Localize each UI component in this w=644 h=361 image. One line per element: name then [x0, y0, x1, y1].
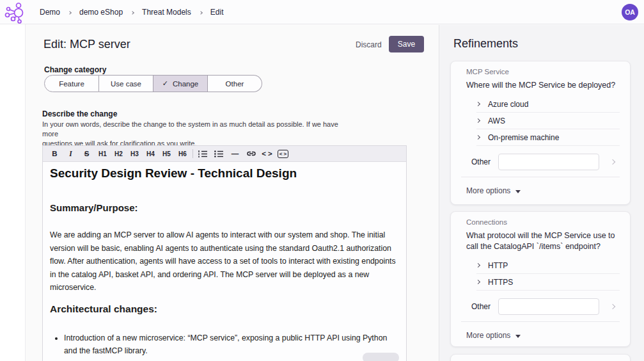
list-item-text: Introduction of a new microservice: “MCP… [64, 333, 387, 356]
refinement-card-partial [450, 354, 631, 361]
list-item: Endpoints: [76, 358, 395, 361]
breadcrumb: Demo demo eShop Threat Models Edit [40, 0, 223, 24]
other-input[interactable] [498, 154, 599, 170]
segment-use-case[interactable]: Use case [99, 75, 153, 92]
option-label: On-premise machine [488, 133, 559, 142]
segment-change[interactable]: ✓ Change [153, 75, 208, 92]
refinements-title: Refinements [453, 37, 518, 51]
submit-chevron-icon[interactable] [610, 304, 615, 309]
refinement-card-connections: Connections What protocol will the MCP S… [450, 211, 631, 347]
segment-other[interactable]: Other [208, 75, 262, 92]
divider [476, 145, 620, 146]
top-bar: Demo demo eShop Threat Models Edit OA [0, 0, 644, 24]
segment-feature[interactable]: Feature [44, 75, 99, 92]
user-avatar[interactable]: OA [622, 4, 638, 20]
card-label: Connections [466, 218, 620, 226]
breadcrumb-edit[interactable]: Edit [210, 8, 224, 17]
ordered-list-icon[interactable] [195, 147, 211, 161]
option-azure-cloud[interactable]: Azure cloud [476, 96, 620, 112]
option-label: AWS [488, 116, 505, 125]
code-block-glyph: < > [278, 150, 289, 158]
check-icon: ✓ [162, 79, 168, 88]
left-rail [0, 24, 26, 361]
architectural-changes-heading: Architectural changes: [50, 303, 398, 315]
chevron-right-icon [68, 11, 72, 15]
option-label: Azure cloud [488, 100, 528, 109]
strikethrough-icon[interactable]: S [79, 147, 95, 161]
list-item: Introduction of a new microservice: “MCP… [64, 332, 395, 361]
code-block-icon[interactable]: < > [275, 147, 291, 161]
editor-toolbar: B I S H1 H2 H3 H4 H5 H6 — [43, 146, 406, 162]
change-category-label: Change category [44, 65, 106, 74]
summary-heading: Summary/Purpose: [50, 202, 398, 213]
other-option-row: Other [466, 296, 620, 317]
options-list: Azure cloud AWS On-premise machine Othe [466, 96, 620, 173]
segment-label: Change [173, 80, 198, 88]
heading3-icon[interactable]: H3 [127, 147, 143, 161]
editor-bottom-button[interactable] [363, 353, 399, 361]
horizontal-rule-icon[interactable]: — [227, 147, 243, 161]
document-title: Security Design Review - Technical Desig… [50, 166, 398, 180]
refinements-panel: Refinements MCP Service Where will the M… [439, 25, 644, 361]
more-options-label: More options [466, 331, 510, 340]
breadcrumb-demo[interactable]: Demo [40, 8, 60, 17]
page-title: Edit: MCP server [43, 38, 130, 51]
app-logo-icon[interactable] [4, 2, 24, 26]
option-label: HTTP [488, 261, 508, 270]
option-label: HTTPS [488, 278, 513, 287]
refinement-card-mcp-service: MCP Service Where will the MCP Service b… [450, 61, 631, 205]
heading4-icon[interactable]: H4 [143, 147, 159, 161]
segment-label: Other [226, 80, 244, 88]
editor-content[interactable]: Security Design Review - Technical Desig… [43, 162, 406, 361]
bold-icon[interactable]: B [47, 147, 63, 161]
inline-code-icon[interactable]: < > [259, 147, 275, 161]
more-options-label: More options [466, 186, 510, 195]
other-input[interactable] [498, 298, 599, 315]
chevron-right-icon [476, 118, 480, 123]
toolbar-divider [192, 149, 193, 158]
main-panel: Edit: MCP server Discard Save Change cat… [26, 25, 439, 361]
heading2-icon[interactable]: H2 [111, 147, 127, 161]
breadcrumb-demo-eshop[interactable]: demo eShop [79, 8, 123, 17]
card-question: Where will the MCP Service be deployed? [466, 80, 620, 91]
segment-label: Use case [111, 80, 141, 88]
chevron-right-icon [476, 135, 480, 140]
architectural-changes-list: Introduction of a new microservice: “MCP… [50, 332, 395, 361]
card-label: MCP Service [466, 68, 620, 76]
describe-change-label: Describe the change [42, 109, 117, 118]
option-https[interactable]: HTTPS [476, 274, 620, 290]
triangle-down-icon [515, 190, 521, 193]
heading6-icon[interactable]: H6 [175, 147, 191, 161]
describe-change-helper-text: In your own words, describe the change t… [42, 120, 356, 148]
breadcrumb-threat-models[interactable]: Threat Models [142, 8, 191, 17]
app-window: Demo demo eShop Threat Models Edit OA Ed… [0, 0, 644, 361]
chevron-right-icon [476, 280, 480, 284]
rich-text-editor[interactable]: B I S H1 H2 H3 H4 H5 H6 — [42, 145, 407, 361]
option-http[interactable]: HTTP [476, 257, 620, 273]
other-label: Other [471, 157, 491, 166]
save-button[interactable]: Save [389, 36, 424, 52]
discard-button[interactable]: Discard [356, 40, 382, 49]
divider [461, 321, 620, 322]
chevron-right-icon [476, 263, 480, 268]
chevron-right-icon [130, 11, 134, 15]
more-options-toggle[interactable]: More options [466, 331, 620, 340]
submit-chevron-icon[interactable] [610, 159, 615, 164]
heading5-icon[interactable]: H5 [159, 147, 175, 161]
option-on-premise[interactable]: On-premise machine [476, 129, 620, 145]
chevron-right-icon [199, 11, 203, 15]
bullet-list-icon[interactable] [211, 147, 227, 161]
more-options-toggle[interactable]: More options [466, 186, 620, 195]
italic-icon[interactable]: I [63, 147, 79, 161]
summary-paragraph: We are adding an MCP server to allow AI … [50, 229, 400, 294]
divider [461, 177, 620, 177]
chevron-right-icon [476, 102, 480, 106]
options-list: HTTP HTTPS Other [466, 257, 620, 317]
other-label: Other [471, 302, 491, 311]
option-aws[interactable]: AWS [476, 113, 620, 129]
link-icon[interactable] [243, 147, 259, 161]
change-category-segmented-control: Feature Use case ✓ Change Other [44, 75, 262, 92]
divider [476, 290, 620, 291]
triangle-down-icon [515, 335, 521, 338]
heading1-icon[interactable]: H1 [95, 147, 111, 161]
